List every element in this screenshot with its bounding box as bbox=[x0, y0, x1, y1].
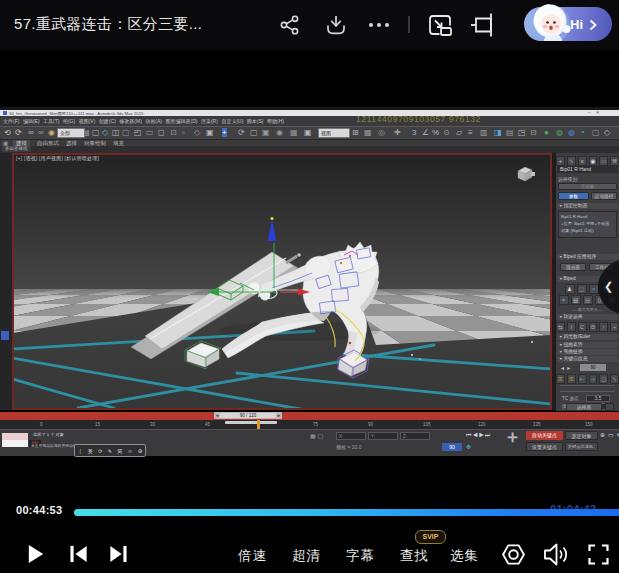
parameters-button[interactable]: 参数 bbox=[558, 192, 589, 200]
biped-icon[interactable]: ▤ bbox=[571, 295, 581, 305]
toolbar-icon[interactable]: ▫ bbox=[182, 128, 185, 137]
settings-icon[interactable] bbox=[501, 542, 526, 567]
play-button[interactable] bbox=[27, 544, 45, 564]
control-button[interactable]: 倍速 bbox=[238, 547, 267, 565]
bend-links-header[interactable]: ▼ 弯曲链接 bbox=[557, 349, 618, 356]
menu-item[interactable]: 脚本(S) bbox=[247, 118, 264, 124]
ime-icon[interactable]: ｜ bbox=[78, 448, 83, 454]
toolbar-icon[interactable]: ▤ bbox=[506, 128, 514, 137]
controller-list-item[interactable]: 对象 (Bip01 运动) bbox=[561, 227, 614, 234]
control-button[interactable]: 查找 bbox=[400, 547, 429, 565]
toolbar-icon[interactable]: ◍ bbox=[556, 128, 563, 137]
status-teal-icon[interactable]: ✥ bbox=[466, 443, 471, 450]
assign-controller-header[interactable]: ▼ 指定控制器 bbox=[557, 203, 618, 210]
toolbar-icon[interactable]: ⊞ bbox=[352, 128, 359, 137]
toolbar-icon[interactable]: ▣ bbox=[262, 128, 270, 137]
time-slider-handle[interactable]: ◄ 90 / 120 ► bbox=[214, 412, 282, 419]
menu-item[interactable]: 视图(V) bbox=[79, 118, 96, 124]
track-icon[interactable]: + bbox=[610, 322, 619, 332]
toolbar-icon[interactable]: ◨ bbox=[494, 128, 502, 137]
toolbar-icon[interactable]: ▦ bbox=[290, 128, 298, 137]
status-mid-icons[interactable]: ▦▢ bbox=[310, 432, 325, 439]
miniplayer-icon[interactable] bbox=[428, 13, 454, 37]
subobject-button[interactable]: 子对象 bbox=[558, 183, 617, 190]
progress-bar[interactable] bbox=[74, 509, 619, 516]
toolbar-icon[interactable]: ▦ bbox=[364, 128, 372, 137]
ribbon-tab[interactable]: 自由形式 bbox=[37, 140, 59, 146]
toolbar-icon[interactable]: ◳ bbox=[518, 128, 526, 137]
ime-icon[interactable]: ☺ bbox=[127, 448, 132, 454]
key-icon[interactable]: ▢ bbox=[599, 374, 608, 384]
track-bar[interactable] bbox=[0, 420, 619, 430]
ribbon-tab[interactable]: 对象绘制 bbox=[84, 140, 106, 146]
poly-modeling-tab[interactable]: 多边形建模 bbox=[2, 146, 31, 152]
next-icon[interactable] bbox=[108, 545, 128, 563]
motionpath-button[interactable]: 运动路径 bbox=[591, 192, 617, 200]
menu-item[interactable]: 动画(A) bbox=[145, 118, 162, 124]
toolbar-icon[interactable]: ≡ bbox=[468, 128, 473, 137]
toolbar-icon[interactable]: ◇ bbox=[604, 128, 610, 137]
selector-mini-button[interactable] bbox=[605, 403, 614, 411]
twist-poses-header[interactable]: ▼ 扭曲姿势 bbox=[557, 342, 618, 349]
panel-tab-icon[interactable]: ≡ bbox=[578, 156, 587, 166]
track-icon[interactable]: ↑ bbox=[599, 322, 608, 332]
toolbar-icon[interactable]: ▢ bbox=[250, 128, 258, 137]
toolbar-icon[interactable]: ⊙ bbox=[443, 128, 450, 137]
maxscript-macro-line[interactable] bbox=[2, 433, 28, 440]
selected-object-dropdown[interactable]: 选定对象 bbox=[565, 431, 598, 441]
set-key-button[interactable]: 设置关键点 bbox=[526, 442, 563, 452]
toolbar-icon[interactable]: 3 bbox=[412, 128, 416, 137]
track-selection-icons[interactable]: ⇆ⅠCΘ↑+ bbox=[556, 322, 619, 332]
track-icon[interactable]: C bbox=[578, 322, 587, 332]
menu-item[interactable]: 自定义(U) bbox=[221, 118, 243, 124]
menu-item[interactable]: 组(G) bbox=[63, 118, 75, 124]
toolbar-icon[interactable]: ⟳ bbox=[238, 128, 245, 137]
key-icon[interactable]: ∿ bbox=[610, 374, 619, 384]
toolbar-icon[interactable]: ◍ bbox=[568, 128, 575, 137]
coordinate-field[interactable]: Z: bbox=[400, 432, 430, 440]
biped-icon[interactable]: ≈ bbox=[589, 284, 599, 294]
time-slider[interactable] bbox=[0, 412, 619, 420]
toolbar-icon[interactable]: ◉ bbox=[276, 128, 283, 137]
key-info-header[interactable]: ▼ 关键点信息 bbox=[557, 356, 618, 363]
panel-tab-icon[interactable]: ∿ bbox=[567, 156, 576, 166]
key-icon[interactable]: ⚿ bbox=[567, 374, 576, 384]
track-icon[interactable]: Ⅰ bbox=[567, 322, 576, 332]
menu-item[interactable]: 编辑(E) bbox=[23, 118, 40, 124]
toolbar-icon[interactable]: ◎ bbox=[378, 128, 385, 137]
ime-icon[interactable]: 英 bbox=[88, 448, 93, 454]
menu-item[interactable]: 修改器(M) bbox=[119, 118, 142, 124]
coordinate-field[interactable]: X: bbox=[336, 432, 366, 440]
selector-button[interactable]: 选择器 bbox=[566, 403, 602, 411]
toolbar-icon[interactable]: ◇ bbox=[194, 128, 200, 137]
ribbon-tab[interactable]: 建模 bbox=[13, 140, 30, 146]
biped-icon[interactable]: ▤ bbox=[583, 295, 593, 305]
toolbar-icon[interactable]: ◉ bbox=[48, 128, 55, 137]
track-icon[interactable]: Θ bbox=[589, 322, 598, 332]
quaternion-header[interactable]: ▼ 四元数/Euler bbox=[557, 334, 618, 341]
assistant-pill[interactable]: Hi bbox=[524, 7, 612, 41]
menu-item[interactable]: 文件(F) bbox=[3, 118, 19, 124]
toolbar-icon[interactable]: ▥ bbox=[480, 128, 488, 137]
panel-tab-icon[interactable]: ⚒ bbox=[610, 156, 619, 166]
share-icon[interactable] bbox=[279, 14, 301, 36]
key-icon[interactable]: ⇢ bbox=[589, 374, 598, 384]
key-number-field[interactable]: 90 bbox=[580, 364, 606, 371]
controller-list-item[interactable]: +位置: Bip01 平移+子动画 bbox=[561, 220, 614, 227]
biped-apps-header[interactable]: ▼ Biped 应用程序 bbox=[557, 254, 618, 261]
toolbar-icon[interactable]: ∠ bbox=[422, 128, 429, 137]
panel-tab-icon[interactable]: ◉ bbox=[589, 156, 598, 166]
volume-icon[interactable] bbox=[543, 542, 571, 567]
auto-key-button[interactable]: 自动关键点 bbox=[526, 431, 563, 441]
frame-forward-arrow[interactable]: ► bbox=[276, 413, 282, 418]
toolbar-icon[interactable]: ▢ bbox=[122, 128, 130, 137]
more-icon[interactable] bbox=[367, 14, 391, 36]
toolbar-icon[interactable]: ⊟ bbox=[530, 128, 537, 137]
viewport-label[interactable]: [+] [透视] [用户视图] [默认明暗处理] bbox=[16, 155, 99, 161]
control-button[interactable]: 超清 bbox=[292, 547, 321, 565]
toolbar-icon[interactable]: ▣ bbox=[304, 128, 312, 137]
controller-list[interactable]: Bip01 R Hand+位置: Bip01 平移+子动画对象 (Bip01 运… bbox=[558, 211, 617, 238]
ime-icon[interactable]: ⚙ bbox=[138, 448, 142, 454]
selection-filter-dropdown[interactable]: 全部 bbox=[57, 128, 85, 138]
biped-icon[interactable]: ✶ bbox=[559, 295, 569, 305]
